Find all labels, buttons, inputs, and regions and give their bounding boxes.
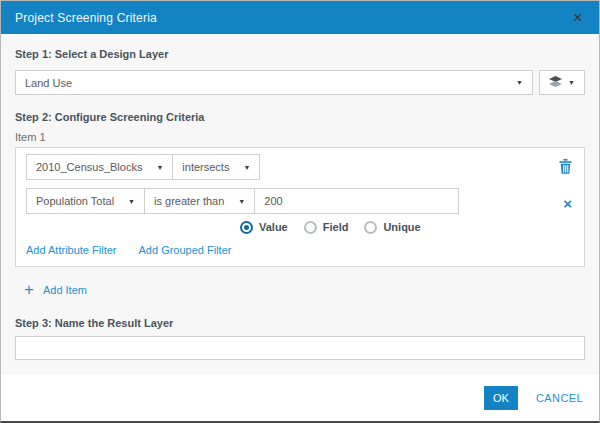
value-type-radio-group: Value Field Unique — [240, 218, 574, 236]
close-icon[interactable]: × — [571, 9, 585, 26]
step1-label: Step 1: Select a Design Layer — [15, 48, 585, 60]
ok-button[interactable]: OK — [484, 386, 518, 410]
chevron-down-icon: ▼ — [243, 164, 250, 171]
dialog-header: Project Screening Criteria × — [1, 1, 599, 34]
close-x-icon: × — [563, 195, 572, 212]
chevron-down-icon: ▼ — [156, 164, 163, 171]
delete-item-button[interactable] — [559, 159, 572, 176]
radio-button[interactable] — [304, 221, 317, 234]
dialog-body: Step 1: Select a Design Layer Land Use ▼… — [1, 34, 599, 375]
chevron-down-icon: ▼ — [506, 79, 523, 86]
radio-option-field[interactable]: Field — [304, 221, 349, 234]
radio-button[interactable] — [240, 221, 253, 234]
project-screening-criteria-dialog: Project Screening Criteria × Step 1: Sel… — [0, 0, 600, 423]
browse-layers-button[interactable]: ▼ — [539, 70, 585, 95]
radio-option-value[interactable]: Value — [240, 221, 288, 234]
radio-label: Field — [323, 221, 349, 233]
cancel-button[interactable]: CANCEL — [536, 392, 583, 404]
chevron-down-icon: ▼ — [128, 198, 135, 205]
filter-value-input[interactable]: 200 — [264, 195, 282, 207]
expression-layer-value: 2010_Census_Blocks — [36, 161, 142, 173]
filter-field-value: Population Total — [36, 195, 114, 207]
radio-button[interactable] — [364, 221, 377, 234]
item-label: Item 1 — [15, 131, 585, 143]
design-layer-value: Land Use — [25, 77, 72, 89]
filter-links-row: Add Attribute Filter Add Grouped Filter — [26, 244, 574, 258]
spatial-operator-value: intersects — [182, 161, 229, 173]
radio-label: Value — [259, 221, 288, 233]
radio-option-unique[interactable]: Unique — [364, 221, 420, 234]
filter-value-field-wrap: 200 — [255, 189, 458, 213]
add-item-button[interactable]: + Add Item — [24, 283, 585, 297]
dialog-footer: OK CANCEL — [1, 375, 599, 421]
dialog-title: Project Screening Criteria — [15, 11, 157, 25]
trash-icon — [559, 162, 572, 177]
plus-icon: + — [24, 283, 34, 297]
step1-controls: Land Use ▼ ▼ — [15, 70, 585, 95]
filter-operator-select[interactable]: is greater than ▼ — [145, 189, 255, 213]
filter-field-select[interactable]: Population Total ▼ — [27, 189, 145, 213]
spatial-operator-select[interactable]: intersects ▼ — [173, 155, 259, 179]
add-attribute-filter-link[interactable]: Add Attribute Filter — [26, 244, 117, 256]
radio-label: Unique — [383, 221, 420, 233]
expression-layer-select[interactable]: 2010_Census_Blocks ▼ — [27, 155, 173, 179]
design-layer-select[interactable]: Land Use ▼ — [15, 70, 533, 95]
add-item-label: Add Item — [43, 284, 87, 296]
result-layer-name-input[interactable] — [15, 336, 585, 360]
filter-operator-value: is greater than — [154, 195, 224, 207]
chevron-down-icon: ▼ — [568, 79, 575, 86]
chevron-down-icon: ▼ — [238, 198, 245, 205]
add-grouped-filter-link[interactable]: Add Grouped Filter — [139, 244, 232, 256]
screening-item-panel: 2010_Census_Blocks ▼ intersects ▼ — [15, 147, 585, 267]
expression-row: 2010_Census_Blocks ▼ intersects ▼ — [26, 154, 260, 180]
step3-label: Step 3: Name the Result Layer — [15, 317, 585, 329]
attribute-filter-row: Population Total ▼ is greater than ▼ 200 — [26, 188, 459, 214]
step2-label: Step 2: Configure Screening Criteria — [15, 111, 585, 123]
layers-icon — [549, 74, 562, 92]
remove-filter-button[interactable]: × — [563, 196, 572, 211]
